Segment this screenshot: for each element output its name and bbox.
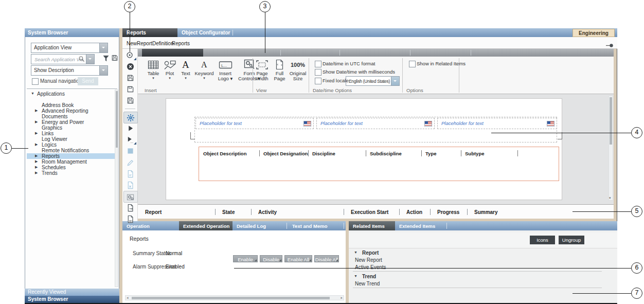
tree-item-links[interactable]: ▶Links: [27, 131, 114, 136]
execution-column-activity[interactable]: Activity: [251, 205, 344, 219]
settings-gear-icon[interactable]: [123, 112, 138, 123]
form-controls-icon[interactable]: [123, 191, 138, 203]
tab-reports[interactable]: Reports: [122, 28, 177, 37]
report-column-discipline[interactable]: Discipline: [308, 148, 366, 158]
report-column-subdiscipline[interactable]: Subdiscipline: [366, 148, 421, 158]
disable-button[interactable]: Disable: [260, 255, 282, 262]
report-column-subtype[interactable]: Subtype: [461, 148, 517, 158]
icons-button[interactable]: Icons: [530, 236, 555, 244]
tree-collapsed-icon[interactable]: ▶: [35, 159, 38, 164]
insert-logo-button[interactable]: L...Insert Logo ▾: [215, 58, 236, 81]
tree-scrollbar[interactable]: [115, 90, 118, 287]
tree-item-energy-and-power[interactable]: ▶Energy and Power: [27, 119, 114, 125]
tree-collapsed-icon[interactable]: ▶: [35, 142, 38, 147]
keyword-button[interactable]: AKeyword▾: [193, 58, 215, 80]
breadcrumb-item-section[interactable]: Reports: [172, 41, 190, 46]
chevron-down-icon[interactable]: [99, 43, 108, 52]
tree-item-schedules[interactable]: ▶Schedules: [27, 165, 114, 170]
plot-button[interactable]: Plot▾: [162, 58, 178, 80]
run-icon[interactable]: [123, 123, 137, 134]
tree-item-logics[interactable]: ▶Logics: [27, 142, 114, 148]
save-as-icon[interactable]: ...: [123, 84, 137, 95]
checkbox-show-date-time-with-milliseconds[interactable]: [315, 69, 321, 76]
tab-extended-items[interactable]: Extended Items: [395, 221, 444, 230]
table-button[interactable]: Table▾: [145, 58, 162, 80]
full-page-button[interactable]: Full Page: [271, 58, 288, 81]
run-options-icon[interactable]: ...: [123, 134, 137, 145]
execution-column-progress[interactable]: Progress: [430, 205, 467, 219]
ungroup-button[interactable]: Ungroup: [559, 236, 584, 244]
report-column-type[interactable]: Type: [421, 148, 461, 158]
chevron-down-icon[interactable]: [99, 66, 108, 75]
save-all-icon[interactable]: [123, 95, 137, 106]
disable-all-button[interactable]: Disable All: [314, 255, 339, 262]
search-options-dropdown-icon[interactable]: [86, 55, 94, 64]
tree-item-room-management[interactable]: ▶Room Management: [27, 159, 114, 165]
page-width-button[interactable]: Page Width: [253, 58, 271, 81]
enable-all-button[interactable]: Enable All: [284, 255, 312, 262]
tree-item-documents[interactable]: Documents: [27, 114, 114, 119]
operation-hscrollbar[interactable]: ◂ ▸: [125, 295, 344, 300]
search-icon[interactable]: [78, 56, 85, 63]
enable-button[interactable]: Enable: [233, 255, 258, 262]
tree-collapsed-icon[interactable]: ▶: [35, 171, 38, 175]
execution-column-state[interactable]: State: [215, 205, 251, 219]
text-placeholder[interactable]: Placeholder for text: [316, 118, 435, 129]
recently-viewed-bar[interactable]: Recently Viewed: [25, 289, 119, 296]
text-placeholder[interactable]: Placeholder for text: [437, 118, 557, 129]
tree-collapsed-icon[interactable]: ▶: [35, 131, 38, 135]
system-browser-bar[interactable]: System Browser: [25, 296, 119, 303]
export-excel-icon[interactable]: [123, 180, 137, 190]
send-button[interactable]: Send: [78, 77, 98, 85]
execution-column-action[interactable]: Action: [399, 205, 430, 219]
tab-extended-operation[interactable]: Extended Operation: [179, 221, 232, 230]
ribbon-tab-settings[interactable]: Settings: [415, 1, 432, 7]
tab-operation[interactable]: Operation: [122, 221, 179, 230]
save-filter-icon[interactable]: [111, 54, 118, 63]
group-expanded-icon[interactable]: ▼: [354, 251, 357, 254]
view-selector-dropdown[interactable]: Application View: [31, 43, 108, 53]
close-icon[interactable]: [123, 61, 137, 72]
tree-item-graphics[interactable]: Graphics: [27, 125, 114, 131]
execution-column-execution-start[interactable]: Execution Start: [344, 205, 399, 219]
tab-text-and-memo[interactable]: Text and Memo: [288, 221, 346, 230]
tab-engineering[interactable]: Engineering: [573, 29, 615, 37]
tree-root-applications[interactable]: ▼Applications: [27, 91, 114, 97]
checkbox-show-in-related-items[interactable]: [409, 61, 416, 67]
tab-related-items[interactable]: Related Items: [349, 221, 395, 230]
related-item-active-events[interactable]: Active Events: [355, 264, 386, 270]
tree-item-trends[interactable]: ▶Trends: [27, 170, 114, 176]
ribbon-tab-filter[interactable]: Filter: [212, 1, 223, 7]
checkbox-fixed-locale[interactable]: [315, 78, 321, 84]
tree-collapsed-icon[interactable]: ▶: [35, 154, 38, 158]
tree-expanded-icon[interactable]: ▼: [31, 92, 34, 95]
ribbon-tab-home[interactable]: Home: [147, 1, 160, 7]
report-table[interactable]: Object DescriptionObject DesignationDisc…: [199, 147, 559, 181]
stop-icon[interactable]: [123, 146, 137, 156]
ribbon-tab-layout[interactable]: Layout: [286, 1, 301, 7]
canvas-scrollbar[interactable]: ▾: [609, 96, 613, 201]
report-column-object-description[interactable]: Object Description: [199, 148, 259, 158]
pin-icon[interactable]: [606, 43, 614, 49]
search-input[interactable]: [33, 55, 84, 63]
related-item-new-report[interactable]: New Report: [355, 257, 382, 263]
tree-item-reports[interactable]: ▶Reports: [27, 153, 115, 159]
related-group-report[interactable]: Report: [362, 250, 379, 256]
text-button[interactable]: AText▾: [178, 58, 193, 80]
tree-item-remote-notifications[interactable]: Remote Notifications: [27, 148, 114, 153]
locale-dropdown[interactable]: English (United States): [346, 76, 400, 86]
tab-detailed-log[interactable]: Detailed Log: [232, 221, 288, 230]
export-file-icon[interactable]: [123, 202, 137, 213]
execution-column-report[interactable]: Report: [138, 205, 215, 219]
tree-collapsed-icon[interactable]: ▶: [35, 165, 38, 169]
tree-item-log-viewer[interactable]: Log Viewer: [27, 136, 114, 142]
related-group-trend[interactable]: Trend: [362, 274, 376, 279]
manual-navigation-checkbox[interactable]: [32, 78, 39, 85]
related-item-new-trend[interactable]: New Trend: [355, 281, 380, 287]
save-icon[interactable]: [123, 73, 137, 83]
ribbon-tab-data[interactable]: Data: [344, 1, 354, 7]
export-pdf-icon[interactable]: [123, 168, 137, 179]
original-size-button[interactable]: 100%Original Size: [288, 58, 308, 81]
checkbox-date-time-in-utc-format[interactable]: [315, 61, 321, 67]
group-expanded-icon[interactable]: ▼: [354, 274, 357, 278]
